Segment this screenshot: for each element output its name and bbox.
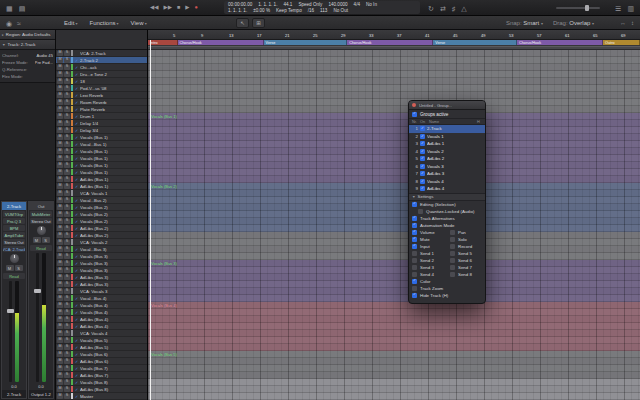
solo-button[interactable]: S	[64, 331, 70, 336]
insert-slot[interactable]: VUMTGrp	[3, 211, 25, 217]
track-row[interactable]: MS✓Vocals (Bus 3)	[56, 267, 147, 274]
solo-button[interactable]: S	[64, 184, 70, 189]
arrangement-marker[interactable]: Verse	[264, 40, 348, 45]
mute-button[interactable]: M	[57, 296, 63, 301]
region-inspector-header[interactable]: ▸ Region: Audio Defaults	[0, 30, 55, 40]
mute-button[interactable]: M	[57, 107, 63, 112]
mute-button[interactable]: M	[57, 331, 63, 336]
mute-button[interactable]: M	[57, 212, 63, 217]
arrangement-marker[interactable]: Outro	[603, 40, 640, 45]
flex-icon[interactable]: ≈	[17, 20, 21, 27]
arrange-lane[interactable]	[148, 190, 640, 197]
close-icon[interactable]	[412, 103, 416, 107]
arrange-lane[interactable]	[148, 57, 640, 64]
toolbar-toggle-icon[interactable]: ▦	[6, 5, 13, 12]
lcd-field[interactable]: 4/4	[354, 2, 360, 7]
pan-knob[interactable]	[10, 254, 19, 263]
group-setting[interactable]: Send 2	[409, 257, 447, 264]
track-row[interactable]: MS✓AdLibs (Bus 2)	[56, 232, 147, 239]
metronome-icon[interactable]: △	[461, 5, 466, 12]
mute-button[interactable]: M	[57, 163, 63, 168]
group-setting[interactable]: Send 4	[409, 271, 447, 278]
track-row[interactable]: MS✓Vocals (Bus 1)	[56, 162, 147, 169]
mute-button[interactable]: M	[57, 254, 63, 259]
checkbox[interactable]	[418, 209, 423, 214]
checkbox[interactable]	[450, 244, 455, 249]
group-setting[interactable]: ✓Volume	[409, 229, 447, 236]
mute-button[interactable]: M	[57, 86, 63, 91]
arrange-lane[interactable]	[148, 288, 640, 295]
checkbox[interactable]: ✓	[412, 202, 417, 207]
arrange-lane[interactable]	[148, 169, 640, 176]
insert-slot[interactable]: MultiMeter	[30, 211, 52, 217]
mute-button[interactable]: M	[57, 359, 63, 364]
solo-button[interactable]: S	[64, 100, 70, 105]
track-row[interactable]: MS✓Dru...e Tone 2	[56, 71, 147, 78]
mute-button[interactable]: M	[57, 79, 63, 84]
replace-icon[interactable]: ⇄	[440, 5, 446, 12]
track-on-checkbox[interactable]: ✓	[74, 380, 79, 385]
track-on-checkbox[interactable]: ✓	[74, 352, 79, 357]
lcd-field[interactable]: 1. 1. 1. 1.	[228, 8, 247, 13]
solo-button[interactable]: S	[64, 219, 70, 224]
group-setting[interactable]: Send 1	[409, 250, 447, 257]
checkbox[interactable]	[412, 258, 417, 263]
solo-button[interactable]: S	[64, 282, 70, 287]
track-row[interactable]: MSVCA: 2-Track	[56, 50, 147, 57]
group-setting[interactable]: Send 8	[447, 271, 485, 278]
solo-button[interactable]: S	[64, 352, 70, 357]
rewind-icon[interactable]: ◀◀	[150, 5, 158, 11]
track-row[interactable]: MS✓Vocals (Bus 4)	[56, 309, 147, 316]
volume-fader[interactable]	[9, 281, 12, 382]
track-on-checkbox[interactable]: ✓	[74, 65, 79, 70]
track-on-checkbox[interactable]: ✓	[74, 268, 79, 273]
arrange-lane[interactable]	[148, 134, 640, 141]
mute-button[interactable]: M	[57, 261, 63, 266]
track-row[interactable]: MS✓Vocals (Bus 1)	[56, 134, 147, 141]
mute-button[interactable]: M	[57, 156, 63, 161]
groups-active-row[interactable]: ✓ Groups active	[409, 110, 485, 119]
track-row[interactable]: MS✓Plate Reverb	[56, 106, 147, 113]
group-row[interactable]: 6✓Vocals 3	[409, 163, 485, 171]
checkbox[interactable]: ✓	[420, 164, 425, 169]
track-on-checkbox[interactable]: ✓	[74, 121, 79, 126]
mute-button[interactable]: M	[57, 170, 63, 175]
mute-button[interactable]: M	[57, 51, 63, 56]
track-row[interactable]: MS✓Master	[56, 393, 147, 400]
solo-button[interactable]: S	[64, 156, 70, 161]
solo-button[interactable]: S	[64, 86, 70, 91]
track-row[interactable]: MS✓Vocal...Bus 2)	[56, 197, 147, 204]
pan-knob[interactable]	[37, 226, 46, 235]
track-on-checkbox[interactable]: ✓	[74, 324, 79, 329]
mute-button[interactable]: M	[57, 100, 63, 105]
lcd-field[interactable]: 44.1	[283, 2, 292, 7]
mute-button[interactable]: M	[6, 265, 14, 271]
arrange-lane[interactable]	[148, 162, 640, 169]
stop-icon[interactable]: ■	[177, 5, 180, 11]
track-on-checkbox[interactable]: ✓	[74, 163, 79, 168]
solo-button[interactable]: S	[64, 149, 70, 154]
volume-fader[interactable]	[36, 253, 39, 382]
arrange-lane[interactable]	[148, 99, 640, 106]
disclosure-triangle-icon[interactable]: ▼	[412, 195, 416, 199]
arrange-lane[interactable]	[148, 197, 640, 204]
mute-button[interactable]: M	[57, 184, 63, 189]
track-on-checkbox[interactable]: ✓	[74, 394, 79, 399]
track-on-checkbox[interactable]: ✓	[74, 72, 79, 77]
channel-strip-name[interactable]: Out	[29, 202, 53, 210]
output-slot[interactable]: Stereo Out	[30, 218, 52, 224]
mute-button[interactable]: M	[57, 366, 63, 371]
arrange-lane[interactable]	[148, 113, 640, 120]
checkbox[interactable]: ✓	[420, 156, 425, 161]
solo-button[interactable]: S	[64, 296, 70, 301]
arrange-lane[interactable]	[148, 225, 640, 232]
browsers-icon[interactable]: ▥	[627, 5, 634, 12]
track-row[interactable]: MS✓Pod-V...us '08	[56, 85, 147, 92]
lcd-field[interactable]: 140.0000	[328, 2, 347, 7]
track-on-checkbox[interactable]: ✓	[74, 275, 79, 280]
track-on-checkbox[interactable]: ✓	[74, 296, 79, 301]
mute-button[interactable]: M	[57, 373, 63, 378]
lcd-display[interactable]: 00:00:00.001. 1. 1. 1.44.1Speed Only140.…	[224, 1, 420, 14]
checkbox[interactable]	[412, 251, 417, 256]
group-row[interactable]: 2✓Vocals 1	[409, 133, 485, 141]
